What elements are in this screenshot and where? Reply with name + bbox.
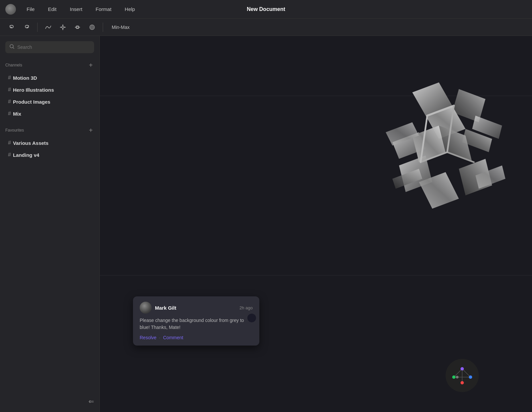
3d-object [366,76,505,215]
canvas-area[interactable]: Mark Gilt 2h ago Please change the backg… [100,36,532,412]
comment-button[interactable]: Comment [163,335,183,340]
search-icon [9,44,15,51]
toolbar-divider-2 [103,23,103,32]
menu-format[interactable]: Format [93,5,114,13]
channel-hash: # [8,87,11,93]
grid-line [100,275,532,275]
sidebar-collapse-button[interactable]: ⇐ [88,397,94,405]
channel-item[interactable]: # Product Images [3,96,97,107]
channel-hash: # [8,99,11,105]
favourite-item[interactable]: # Various Assets [3,137,97,149]
line-tool[interactable] [43,22,54,33]
search-input[interactable] [17,45,90,50]
search-box[interactable] [5,41,94,53]
menu-bar: File Edit Insert Format Help New Documen… [0,0,532,19]
favourites-label: Favourites [5,128,24,133]
svg-line-28 [462,369,470,377]
sidebar: Channels + # Motion 3D # Hero Illustrati… [0,36,100,412]
channel-name: Hero Illustrations [13,87,54,93]
svg-point-3 [92,27,93,28]
comment-actions: Resolve · Comment [140,335,253,340]
mode-label[interactable]: Min-Max [108,23,133,31]
channel-hash: # [8,140,11,146]
channel-item[interactable]: # Mix [3,108,97,119]
app-logo [5,4,16,15]
menu-edit[interactable]: Edit [45,5,59,13]
favourite-item[interactable]: # Landing v4 [3,149,97,160]
comment-pin-hole [247,314,256,322]
svg-line-5 [13,48,14,49]
main-layout: Channels + # Motion 3D # Hero Illustrati… [0,36,532,412]
svg-point-32 [469,375,472,379]
channel-name: Motion 3D [13,75,37,81]
channel-name: Product Images [13,99,51,105]
comment-header: Mark Gilt 2h ago [140,302,253,314]
comment-username: Mark Gilt [155,305,176,311]
channel-hash: # [8,75,11,81]
svg-point-29 [461,367,464,370]
avatar [140,302,152,314]
comment-user: Mark Gilt [140,302,176,314]
node-graph-widget [446,359,479,392]
channels-label: Channels [5,63,22,67]
target-tool[interactable] [87,22,97,33]
menu-insert[interactable]: Insert [67,5,85,13]
document-title: New Document [247,6,285,12]
favourites-section-header: Favourites + [0,125,99,136]
svg-point-30 [456,376,459,378]
svg-point-31 [452,375,456,379]
sparkle-tool[interactable] [58,22,68,33]
avatar-image [140,302,152,314]
channel-item[interactable]: # Motion 3D [3,72,97,83]
sidebar-gap [0,120,99,125]
channel-hash: # [8,152,11,158]
menu-help[interactable]: Help [122,5,138,13]
toolbar-divider-1 [37,23,38,32]
redo-button[interactable] [21,22,32,33]
add-favourite-button[interactable]: + [87,127,94,134]
comment-text: Please change the background colour from… [140,317,253,331]
favourite-name: Landing v4 [13,152,39,158]
comment-bubble: Mark Gilt 2h ago Please change the backg… [133,296,259,346]
favourite-name: Various Assets [13,140,49,146]
svg-point-33 [461,381,464,384]
channel-name: Mix [13,111,21,117]
resolve-button[interactable]: Resolve [140,335,157,340]
action-separator: · [159,335,161,340]
menu-file[interactable]: File [24,5,37,13]
toolbar: Min-Max [0,19,532,36]
channel-hash: # [8,111,11,117]
undo-button[interactable] [7,22,17,33]
channels-section-header: Channels + [0,60,99,70]
svg-line-27 [454,369,462,377]
path-tool[interactable] [72,22,83,33]
comment-time: 2h ago [239,305,253,310]
add-channel-button[interactable]: + [87,62,94,68]
channel-item[interactable]: # Hero Illustrations [3,84,97,95]
